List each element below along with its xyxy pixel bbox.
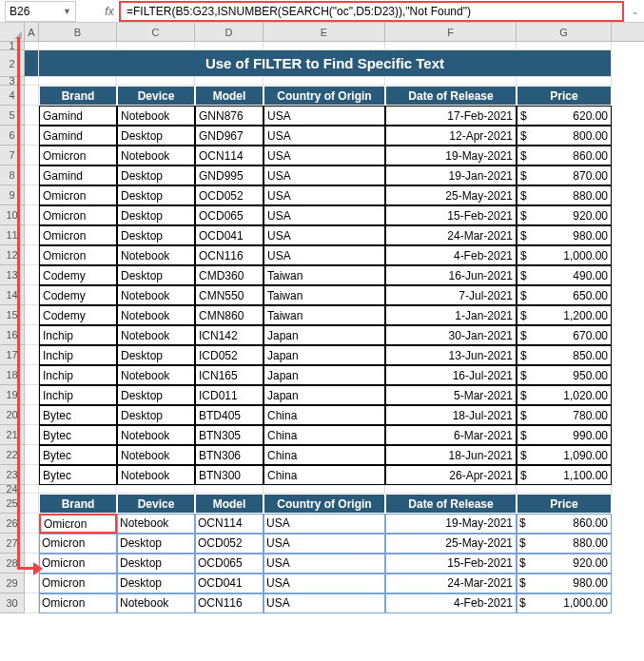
cell-brand[interactable]: Bytec [39, 465, 117, 485]
row-header-28[interactable]: 28 [0, 554, 25, 574]
cell-brand[interactable]: Bytec [39, 425, 117, 445]
row-header-27[interactable]: 27 [0, 534, 25, 554]
cell-date[interactable]: 17-Feb-2021 [385, 106, 517, 126]
cell-date[interactable]: 15-Feb-2021 [385, 205, 517, 225]
row-header-18[interactable]: 18 [0, 365, 25, 385]
cell-country[interactable]: USA [263, 205, 385, 225]
row-header-11[interactable]: 11 [0, 225, 25, 245]
cell-model[interactable]: OCN114 [195, 146, 263, 165]
cell-price[interactable]: $650.00 [517, 285, 612, 305]
row-header-9[interactable]: 9 [0, 185, 25, 205]
cell-brand[interactable]: Inchip [39, 385, 117, 405]
cell-price[interactable]: $620.00 [517, 106, 612, 126]
name-box-dropdown-icon[interactable]: ▼ [63, 7, 71, 16]
cell-device[interactable]: Desktop [117, 126, 195, 146]
cell-model[interactable]: OCD065 [195, 205, 263, 225]
result-cell-brand[interactable]: Omicron [39, 554, 117, 574]
row-header-16[interactable]: 16 [0, 325, 25, 345]
cell-device[interactable]: Notebook [117, 285, 195, 305]
result-cell-model[interactable]: OCN114 [195, 514, 263, 534]
cell-price[interactable]: $1,000.00 [517, 245, 612, 265]
result-cell-price[interactable]: $860.00 [517, 514, 612, 534]
col-header-E[interactable]: E [263, 23, 385, 41]
cell-model[interactable]: ICD011 [195, 385, 263, 405]
row-header-14[interactable]: 14 [0, 285, 25, 305]
header-price[interactable]: Price [517, 86, 612, 106]
cell-date[interactable]: 1-Jan-2021 [385, 305, 517, 325]
col-header-B[interactable]: B [39, 23, 117, 41]
cell-date[interactable]: 18-Jun-2021 [385, 445, 517, 465]
cell-price[interactable]: $1,100.00 [517, 465, 612, 485]
result-cell-country[interactable]: USA [263, 514, 385, 534]
cell-country[interactable]: USA [263, 225, 385, 245]
cell-device[interactable]: Notebook [117, 325, 195, 345]
cell-device[interactable]: Desktop [117, 165, 195, 185]
cell-country[interactable]: Taiwan [263, 285, 385, 305]
result-cell-date[interactable]: 19-May-2021 [385, 514, 517, 534]
cell-device[interactable]: Notebook [117, 445, 195, 465]
cell-device[interactable]: Notebook [117, 425, 195, 445]
result-cell-date[interactable]: 4-Feb-2021 [385, 593, 517, 613]
cell-country[interactable]: Japan [263, 345, 385, 365]
cell-date[interactable]: 26-Apr-2021 [385, 465, 517, 485]
row-header-13[interactable]: 13 [0, 265, 25, 285]
cell-model[interactable]: CMD360 [195, 265, 263, 285]
cell-model[interactable]: GND995 [195, 165, 263, 185]
result-header-country[interactable]: Country of Origin [263, 494, 385, 514]
cell-price[interactable]: $1,020.00 [517, 385, 612, 405]
cell-country[interactable]: China [263, 425, 385, 445]
row-header-25[interactable]: 25 [0, 494, 25, 514]
cell-model[interactable]: ICN165 [195, 365, 263, 385]
cell-price[interactable]: $950.00 [517, 365, 612, 385]
cell-brand[interactable]: Inchip [39, 345, 117, 365]
cell-brand[interactable]: Omicron [39, 205, 117, 225]
cell-model[interactable]: BTN306 [195, 445, 263, 465]
cell-model[interactable]: CMN860 [195, 305, 263, 325]
cell-price[interactable]: $490.00 [517, 265, 612, 285]
cell-device[interactable]: Notebook [117, 465, 195, 485]
cell-model[interactable]: BTD405 [195, 405, 263, 425]
row-header-21[interactable]: 21 [0, 425, 25, 445]
name-box[interactable]: B26 ▼ [5, 1, 76, 22]
cell-date[interactable]: 30-Jan-2021 [385, 325, 517, 345]
cell-country[interactable]: USA [263, 245, 385, 265]
cell-device[interactable]: Desktop [117, 185, 195, 205]
cell-date[interactable]: 25-May-2021 [385, 185, 517, 205]
cell-model[interactable]: OCD041 [195, 225, 263, 245]
cell-country[interactable]: USA [263, 165, 385, 185]
select-all-cell[interactable] [0, 23, 25, 41]
cell-device[interactable]: Desktop [117, 265, 195, 285]
row-header-23[interactable]: 23 [0, 465, 25, 485]
result-header-date[interactable]: Date of Release [385, 494, 517, 514]
result-cell-device[interactable]: Notebook [117, 593, 195, 613]
cell-country[interactable]: Japan [263, 325, 385, 345]
cell-country[interactable]: Japan [263, 385, 385, 405]
cell-price[interactable]: $800.00 [517, 126, 612, 146]
cell-model[interactable]: OCN116 [195, 245, 263, 265]
result-cell-device[interactable]: Desktop [117, 534, 195, 554]
result-cell-model[interactable]: OCD041 [195, 574, 263, 593]
cell-date[interactable]: 24-Mar-2021 [385, 225, 517, 245]
cell-device[interactable]: Notebook [117, 106, 195, 126]
cell-brand[interactable]: Bytec [39, 445, 117, 465]
cell-price[interactable]: $1,200.00 [517, 305, 612, 325]
result-cell-price[interactable]: $920.00 [517, 554, 612, 574]
cell-device[interactable]: Desktop [117, 225, 195, 245]
result-cell-model[interactable]: OCN116 [195, 593, 263, 613]
row-header-19[interactable]: 19 [0, 385, 25, 405]
result-cell-brand[interactable]: Omicron [39, 593, 117, 613]
result-cell-brand[interactable]: Omicron [39, 574, 117, 593]
cell-date[interactable]: 5-Mar-2021 [385, 385, 517, 405]
result-cell-model[interactable]: OCD052 [195, 534, 263, 554]
cell-model[interactable]: ICN142 [195, 325, 263, 345]
cell-device[interactable]: Notebook [117, 146, 195, 165]
cell-date[interactable]: 12-Apr-2021 [385, 126, 517, 146]
cell-device[interactable]: Notebook [117, 365, 195, 385]
cell-country[interactable]: China [263, 465, 385, 485]
cell-brand[interactable]: Omicron [39, 146, 117, 165]
result-cell-device[interactable]: Notebook [117, 514, 195, 534]
row-header-6[interactable]: 6 [0, 126, 25, 146]
result-cell-device[interactable]: Desktop [117, 554, 195, 574]
cell-brand[interactable]: Gamind [39, 106, 117, 126]
col-header-F[interactable]: F [385, 23, 517, 41]
